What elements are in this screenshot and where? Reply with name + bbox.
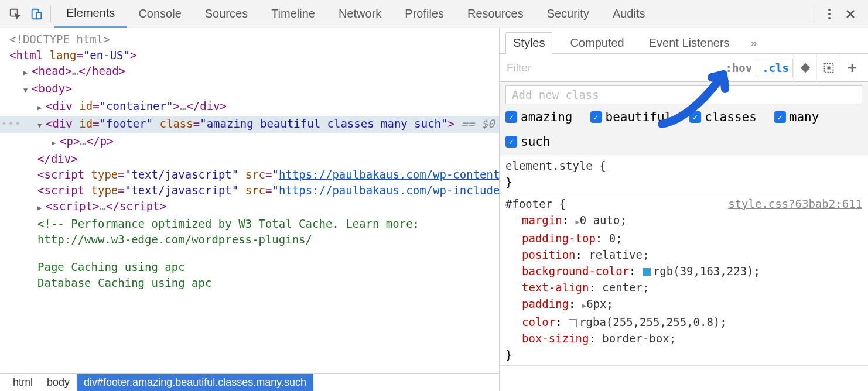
tab-console[interactable]: Console xyxy=(127,0,193,28)
breadcrumb-body[interactable]: body xyxy=(40,374,77,391)
source-link[interactable]: style.css?63bab2:611 xyxy=(728,196,862,212)
prop-box-sizing[interactable]: box-sizing: border-box; xyxy=(522,330,862,347)
script-node-1[interactable]: <script type="text/javascript" src="http… xyxy=(9,167,499,183)
breadcrumb-footer[interactable]: div#footer.amazing.beautiful.classes.man… xyxy=(77,374,313,391)
p-node[interactable]: ▶<p>…</p> xyxy=(9,133,499,151)
add-class-input[interactable] xyxy=(505,85,862,104)
close-icon[interactable] xyxy=(840,4,861,25)
selector-element-style: element.style { xyxy=(505,157,862,174)
html-open-tag[interactable]: <html lang="en-US"> xyxy=(9,47,499,63)
prop-background-color[interactable]: background-color: rgb(39,163,223); xyxy=(522,263,862,279)
footer-rule[interactable]: #footer { style.css?63bab2:611 margin: ▶… xyxy=(500,193,868,366)
hov-toggle[interactable]: :hov xyxy=(719,61,758,74)
head-node[interactable]: ▶<head>…</head> xyxy=(9,63,499,81)
checkbox-icon: ✓ xyxy=(689,111,701,123)
checkbox-icon: ✓ xyxy=(505,111,517,123)
footer-close-tag[interactable]: </div> xyxy=(9,151,499,167)
overflow-menu-icon[interactable]: » xyxy=(747,33,761,53)
class-check-beautiful[interactable]: ✓beautiful xyxy=(590,110,672,124)
comment-blank xyxy=(9,248,499,259)
script-node-3[interactable]: ▶<script>…</script> xyxy=(9,198,499,216)
class-check-many[interactable]: ✓many xyxy=(774,110,819,124)
color-swatch-icon[interactable] xyxy=(643,268,651,276)
checkbox-icon: ✓ xyxy=(590,111,602,123)
comment-node-2[interactable]: Page Caching using apc xyxy=(9,259,499,275)
new-style-rule-icon[interactable] xyxy=(840,54,863,82)
class-check-classes[interactable]: ✓classes xyxy=(689,110,757,124)
row-actions-icon[interactable]: ••• xyxy=(1,116,22,132)
inspect-icon[interactable] xyxy=(5,4,26,25)
breadcrumb-html[interactable]: html xyxy=(6,374,40,391)
svg-point-5 xyxy=(828,17,831,19)
element-style-rule[interactable]: element.style { } xyxy=(500,155,868,193)
tab-elements[interactable]: Elements xyxy=(54,0,127,28)
styles-rules: element.style { } #footer { style.css?63… xyxy=(500,155,868,391)
tag-icon[interactable] xyxy=(793,54,816,82)
prop-text-align[interactable]: text-align: center; xyxy=(522,279,862,296)
tab-network[interactable]: Network xyxy=(327,0,393,28)
svg-rect-7 xyxy=(827,66,830,69)
comment-node-1[interactable]: <!-- Performance optimized by W3 Total C… xyxy=(9,216,454,248)
prop-position[interactable]: position: relative; xyxy=(522,246,862,263)
checkbox-icon: ✓ xyxy=(505,136,517,148)
tab-security[interactable]: Security xyxy=(535,0,601,28)
doctype-node[interactable]: <!DOCTYPE html> xyxy=(9,33,110,46)
subtab-styles[interactable]: Styles xyxy=(505,32,552,54)
tab-audits[interactable]: Audits xyxy=(601,0,657,28)
svg-point-3 xyxy=(828,9,831,11)
class-check-such[interactable]: ✓such xyxy=(505,135,551,149)
dom-tree[interactable]: <!DOCTYPE html> <html lang="en-US"> ▶<he… xyxy=(0,28,499,373)
devtools-top-tabs: Elements Console Sources Timeline Networ… xyxy=(0,0,868,28)
body-open-tag[interactable]: ▼<body> xyxy=(9,81,499,98)
color-swatch-icon[interactable] xyxy=(569,319,577,327)
selector-footer: #footer { xyxy=(505,196,566,212)
class-check-amazing[interactable]: ✓amazing xyxy=(505,110,573,124)
tab-resources[interactable]: Resources xyxy=(456,0,535,28)
breadcrumb: html body div#footer.amazing.beautiful.c… xyxy=(0,373,499,391)
styles-subtabs: Styles Computed Event Listeners » xyxy=(500,28,868,54)
svg-point-4 xyxy=(828,13,831,15)
cls-toggle[interactable]: .cls xyxy=(758,59,793,77)
subtab-computed[interactable]: Computed xyxy=(563,33,631,53)
styles-filter-input[interactable] xyxy=(507,61,719,74)
rule-close-brace: } xyxy=(505,347,862,363)
subtab-event-listeners[interactable]: Event Listeners xyxy=(642,33,737,53)
box-model-icon[interactable] xyxy=(816,54,840,82)
rule-close-brace: } xyxy=(505,174,862,190)
kebab-menu-icon[interactable] xyxy=(819,4,840,25)
styles-panel: Styles Computed Event Listeners » :hov .… xyxy=(500,28,868,391)
styles-filter-bar: :hov .cls xyxy=(500,54,868,82)
device-toggle-icon[interactable] xyxy=(26,4,47,25)
script-node-2[interactable]: <script type="text/javascript" src="http… xyxy=(9,183,499,198)
divider xyxy=(50,6,51,22)
svg-rect-2 xyxy=(36,12,41,19)
checkbox-icon: ✓ xyxy=(774,111,786,123)
prop-padding[interactable]: padding: ▶6px; xyxy=(522,296,862,314)
tab-sources[interactable]: Sources xyxy=(193,0,259,28)
prop-color[interactable]: color: rgba(255,255,255,0.8); xyxy=(522,314,862,330)
tab-timeline[interactable]: Timeline xyxy=(259,0,327,28)
divider xyxy=(814,6,814,22)
footer-node-selected[interactable]: ••• ▼<div id="footer" class="amazing bea… xyxy=(0,116,499,133)
tab-profiles[interactable]: Profiles xyxy=(393,0,456,28)
prop-padding-top[interactable]: padding-top: 0; xyxy=(522,230,862,246)
container-node[interactable]: ▶<div id="container">…</div> xyxy=(9,98,499,116)
classes-panel: ✓amazing ✓beautiful ✓classes ✓many ✓such xyxy=(500,82,868,155)
elements-panel: <!DOCTYPE html> <html lang="en-US"> ▶<he… xyxy=(0,28,500,391)
comment-node-3[interactable]: Database Caching using apc xyxy=(9,275,499,291)
dollar-zero: == $0 xyxy=(454,117,495,130)
class-checkboxes: ✓amazing ✓beautiful ✓classes ✓many ✓such xyxy=(505,110,862,149)
prop-margin[interactable]: margin: ▶0 auto; xyxy=(522,212,862,230)
